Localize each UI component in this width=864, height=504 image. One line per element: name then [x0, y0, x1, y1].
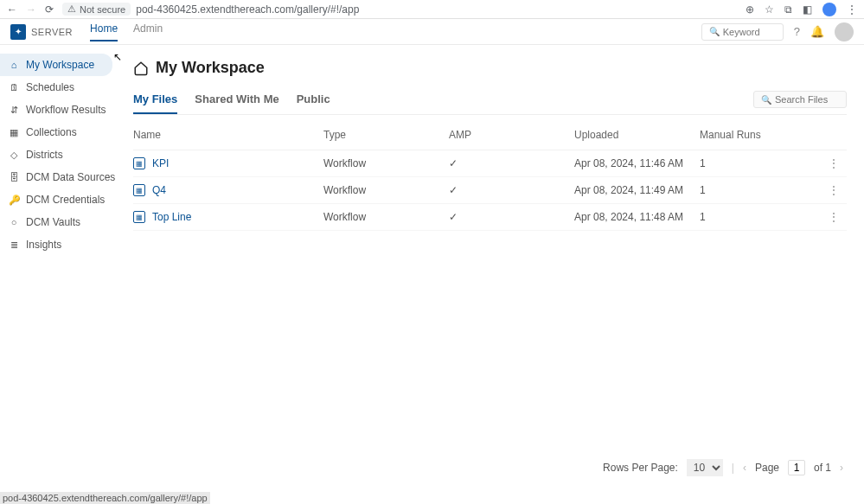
- sidebar-item-schedules[interactable]: 🗓 Schedules: [0, 76, 125, 99]
- nav-back-icon[interactable]: ←: [7, 3, 17, 16]
- brand-label: SERVER: [31, 27, 73, 37]
- cell-type: Workflow: [323, 184, 449, 196]
- sidebar-item-label: Collections: [26, 126, 77, 138]
- keyword-input[interactable]: [723, 27, 775, 37]
- workflow-file-icon: ▦: [133, 184, 145, 196]
- table-row: ▦ Q4 Workflow ✓ Apr 08, 2024, 11:49 AM 1…: [133, 177, 847, 204]
- bell-icon[interactable]: 🔔: [810, 25, 824, 38]
- app-header: ✦ SERVER Home Admin 🔍 ? 🔔: [0, 19, 864, 45]
- profile-avatar-icon[interactable]: [822, 3, 836, 16]
- page-of-label: of 1: [814, 462, 831, 474]
- page-label: Page: [755, 462, 779, 474]
- data-sources-icon: 🗄: [9, 172, 19, 182]
- page-title-text: My Workspace: [156, 59, 265, 77]
- not-secure-label: Not secure: [80, 4, 125, 15]
- sidebar-item-label: DCM Data Sources: [26, 171, 115, 183]
- status-bar: pod-4360425.extendthereach.com/gallery/#…: [0, 492, 210, 504]
- sidebar-item-label: Workflow Results: [26, 104, 106, 116]
- home-icon: ⌂: [9, 60, 19, 70]
- rows-per-page-select[interactable]: 10: [687, 459, 723, 476]
- help-icon[interactable]: ?: [794, 25, 800, 38]
- address-bar[interactable]: ⚠ Not secure pod-4360425.extendthereach.…: [62, 3, 737, 16]
- file-table: Name Type AMP Uploaded Manual Runs ▦ KPI…: [133, 120, 847, 231]
- sidebar-item-insights[interactable]: ≣ Insights: [0, 233, 125, 256]
- cell-uploaded: Apr 08, 2024, 11:48 AM: [574, 211, 700, 223]
- cell-amp: ✓: [449, 157, 574, 169]
- cell-amp: ✓: [449, 211, 574, 223]
- warning-icon: ⚠: [67, 3, 76, 15]
- tab-home[interactable]: Home: [90, 22, 118, 41]
- sidebar-item-dcm-vaults[interactable]: ○ DCM Vaults: [0, 211, 125, 233]
- sidebar-item-dcm-credentials[interactable]: 🔑 DCM Credentials: [0, 188, 125, 211]
- password-icon[interactable]: ⊕: [746, 3, 754, 16]
- not-secure-badge: ⚠ Not secure: [62, 3, 131, 16]
- file-link[interactable]: KPI: [152, 157, 169, 169]
- app-logo-icon: ✦: [10, 24, 26, 40]
- tab-admin[interactable]: Admin: [133, 22, 163, 41]
- sidebar-item-label: My Workspace: [26, 59, 94, 71]
- sidebar-item-label: Schedules: [26, 81, 74, 93]
- pagination: Rows Per Page: 10 | ‹ Page of 1 ›: [133, 452, 847, 483]
- tab-my-files[interactable]: My Files: [133, 93, 177, 114]
- home-icon: [133, 61, 149, 76]
- cell-type: Workflow: [323, 211, 449, 223]
- sidebar-item-label: Districts: [26, 149, 63, 161]
- sidebar-item-districts[interactable]: ◇ Districts: [0, 144, 125, 166]
- table-row: ▦ KPI Workflow ✓ Apr 08, 2024, 11:46 AM …: [133, 150, 847, 177]
- results-icon: ⇵: [9, 105, 19, 116]
- vaults-icon: ○: [9, 217, 19, 227]
- table-header-row: Name Type AMP Uploaded Manual Runs: [133, 120, 847, 150]
- insights-icon: ≣: [9, 239, 19, 251]
- menu-icon[interactable]: ⋮: [847, 3, 857, 16]
- sidebar-item-dcm-data-sources[interactable]: 🗄 DCM Data Sources: [0, 166, 125, 188]
- user-avatar-icon[interactable]: [835, 22, 854, 41]
- extensions-icon[interactable]: ⧉: [784, 3, 792, 16]
- sidebar-item-my-workspace[interactable]: ⌂ My Workspace: [0, 54, 112, 76]
- cell-uploaded: Apr 08, 2024, 11:46 AM: [574, 157, 700, 169]
- content-area: My Workspace My Files Shared With Me Pub…: [125, 45, 864, 492]
- nav-reload-icon[interactable]: ⟳: [45, 3, 54, 16]
- search-icon: 🔍: [761, 95, 771, 105]
- url-text: pod-4360425.extendthereach.com/gallery/#…: [136, 3, 359, 16]
- credentials-icon: 🔑: [9, 195, 19, 206]
- districts-icon: ◇: [9, 150, 19, 161]
- sidebar-item-label: DCM Vaults: [26, 216, 80, 228]
- tab-shared-with-me[interactable]: Shared With Me: [195, 93, 278, 114]
- col-uploaded[interactable]: Uploaded: [574, 129, 700, 141]
- cell-manual-runs: 1: [700, 184, 821, 196]
- col-amp[interactable]: AMP: [449, 129, 574, 141]
- col-type[interactable]: Type: [323, 129, 449, 141]
- col-name[interactable]: Name: [133, 129, 323, 141]
- calendar-icon: 🗓: [9, 82, 19, 93]
- keyword-search[interactable]: 🔍: [701, 23, 784, 41]
- cell-manual-runs: 1: [700, 157, 821, 169]
- browser-bar: ← → ⟳ ⚠ Not secure pod-4360425.extendthe…: [0, 0, 864, 19]
- sidebar-item-workflow-results[interactable]: ⇵ Workflow Results: [0, 99, 125, 121]
- sidebar-item-label: DCM Credentials: [26, 194, 105, 206]
- file-search-input[interactable]: [775, 94, 844, 105]
- cell-type: Workflow: [323, 157, 449, 169]
- bookmark-icon[interactable]: ☆: [765, 3, 774, 16]
- page-prev-icon[interactable]: ‹: [743, 462, 746, 474]
- search-icon: 🔍: [709, 27, 720, 36]
- row-menu-icon[interactable]: ⋮: [821, 211, 847, 223]
- page-next-icon[interactable]: ›: [840, 462, 843, 474]
- cell-amp: ✓: [449, 184, 574, 196]
- sidebar: ⌂ My Workspace 🗓 Schedules ⇵ Workflow Re…: [0, 45, 125, 492]
- row-menu-icon[interactable]: ⋮: [821, 157, 847, 169]
- collections-icon: ▦: [9, 127, 19, 138]
- page-input[interactable]: [788, 460, 805, 475]
- file-link[interactable]: Q4: [152, 184, 166, 196]
- sidebar-item-collections[interactable]: ▦ Collections: [0, 121, 125, 144]
- file-search[interactable]: 🔍: [753, 91, 847, 108]
- col-manual-runs[interactable]: Manual Runs: [700, 129, 821, 141]
- row-menu-icon[interactable]: ⋮: [821, 184, 847, 196]
- panel-icon[interactable]: ◧: [803, 3, 812, 16]
- file-link[interactable]: Top Line: [152, 211, 191, 223]
- rows-per-page-label: Rows Per Page:: [603, 462, 678, 474]
- content-tabs: My Files Shared With Me Public 🔍: [133, 93, 847, 115]
- tab-public[interactable]: Public: [297, 93, 330, 114]
- cell-manual-runs: 1: [700, 211, 821, 223]
- workflow-file-icon: ▦: [133, 211, 145, 223]
- nav-forward-icon[interactable]: →: [26, 3, 36, 16]
